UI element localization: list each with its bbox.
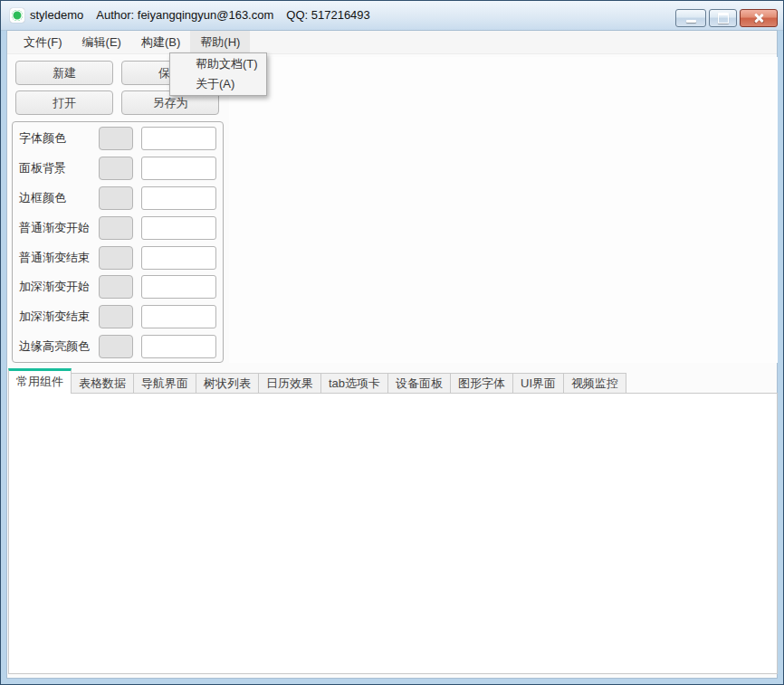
color-row-label: 普通渐变开始 [19, 220, 99, 236]
app-window: styledemoAuthor: feiyangqingyun@163.comQ… [0, 0, 784, 685]
menu-item-about[interactable]: 关于(A) [170, 74, 266, 94]
color-swatch-button[interactable] [99, 305, 133, 328]
color-swatch-button[interactable] [99, 216, 133, 240]
color-value-input[interactable] [141, 127, 216, 150]
window-title: styledemoAuthor: feiyangqingyun@163.comQ… [30, 1, 383, 30]
qq-text: QQ: 517216493 [286, 8, 370, 22]
menu-build[interactable]: 构建(B) [131, 31, 190, 53]
tab-bar: 常用组件 表格数据 导航界面 树状列表 日历效果 tab选项卡 设备面板 图形字… [8, 368, 626, 394]
color-row-font: 字体颜色 [13, 124, 223, 154]
tab-nav-ui[interactable]: 导航界面 [133, 373, 196, 394]
tab-table-data[interactable]: 表格数据 [71, 373, 134, 394]
color-row-label: 面板背景 [19, 160, 99, 176]
color-value-input[interactable] [141, 275, 216, 299]
menu-item-help-doc[interactable]: 帮助文档(T) [170, 54, 266, 74]
tab-content-pane: 分组框 飞扬青云 单选框1 单选框2 复选框1 复选框2 [8, 393, 778, 674]
open-button[interactable]: 打开 [15, 90, 113, 115]
tab-tab-pages[interactable]: tab选项卡 [320, 373, 388, 394]
color-swatch-button[interactable] [99, 127, 133, 150]
color-row-border: 边框颜色 [13, 184, 223, 214]
minimize-icon [686, 20, 696, 23]
color-value-input[interactable] [141, 216, 216, 240]
color-row-label: 加深渐变开始 [19, 279, 99, 295]
menu-bar: 文件(F) 编辑(E) 构建(B) 帮助(H) [7, 31, 777, 54]
title-bar[interactable]: styledemoAuthor: feiyangqingyun@163.comQ… [1, 1, 783, 31]
tab-tree-list[interactable]: 树状列表 [196, 373, 259, 394]
tab-video-monitor[interactable]: 视频监控 [563, 373, 626, 394]
maximize-button[interactable] [709, 9, 737, 27]
app-name: styledemo [30, 8, 83, 22]
maximize-icon [718, 13, 729, 24]
tab-icon-font[interactable]: 图形字体 [450, 373, 513, 394]
close-icon [753, 13, 764, 24]
menu-file[interactable]: 文件(F) [14, 31, 72, 53]
help-dropdown-menu: 帮助文档(T) 关于(A) [169, 52, 267, 96]
color-settings-panel: 字体颜色 面板背景 边框颜色 普通渐变开始 普通渐变结束 加深渐变开始 [12, 121, 224, 363]
minimize-button[interactable] [675, 9, 706, 27]
color-row-label: 普通渐变结束 [19, 250, 99, 266]
app-logo-icon [10, 8, 24, 23]
color-row-normal-grad-end: 普通渐变结束 [13, 243, 223, 272]
new-button[interactable]: 新建 [15, 61, 113, 85]
window-controls [675, 9, 778, 27]
tab-common-widgets[interactable]: 常用组件 [8, 368, 72, 394]
color-value-input[interactable] [141, 157, 216, 180]
author-text: Author: feiyangqingyun@163.com [96, 8, 273, 22]
color-row-label: 字体颜色 [19, 130, 99, 147]
color-value-input[interactable] [141, 186, 216, 210]
menu-edit[interactable]: 编辑(E) [72, 31, 131, 53]
color-row-label: 边缘高亮颜色 [19, 338, 99, 355]
color-row-deep-grad-end: 加深渐变结束 [13, 302, 223, 332]
color-swatch-button[interactable] [99, 275, 133, 299]
color-row-edge-highlight: 边缘高亮颜色 [13, 332, 223, 362]
preview-area [229, 57, 778, 363]
tab-device-panel[interactable]: 设备面板 [387, 373, 451, 394]
color-swatch-button[interactable] [99, 335, 133, 358]
tab-ui[interactable]: UI界面 [512, 373, 564, 394]
color-value-input[interactable] [141, 335, 216, 358]
color-row-label: 加深渐变结束 [19, 309, 99, 325]
color-swatch-button[interactable] [99, 157, 133, 180]
color-row-deep-grad-start: 加深渐变开始 [13, 272, 223, 302]
color-row-label: 边框颜色 [19, 190, 99, 206]
color-row-normal-grad-start: 普通渐变开始 [13, 213, 223, 243]
tab-calendar[interactable]: 日历效果 [258, 373, 321, 394]
close-button[interactable] [740, 9, 778, 27]
color-row-panel-bg: 面板背景 [13, 154, 223, 184]
menu-help[interactable]: 帮助(H) [190, 31, 250, 53]
color-swatch-button[interactable] [99, 186, 133, 210]
color-value-input[interactable] [141, 246, 216, 270]
color-value-input[interactable] [141, 305, 216, 328]
color-swatch-button[interactable] [99, 246, 133, 270]
